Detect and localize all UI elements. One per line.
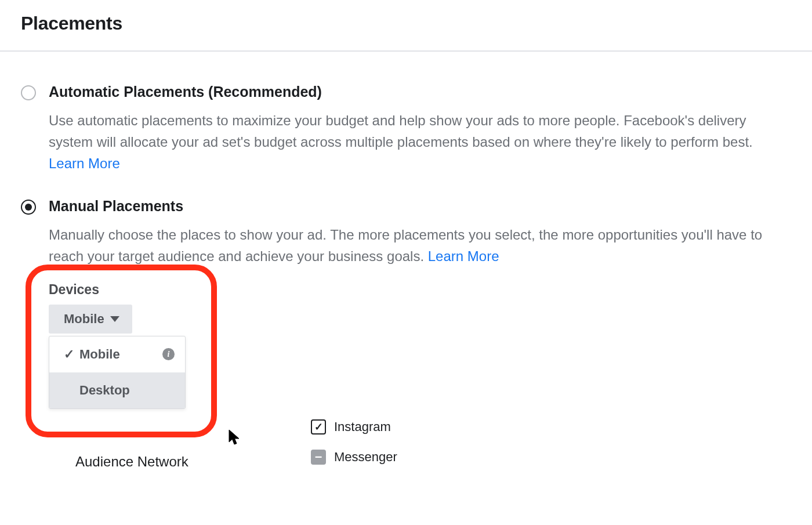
checkbox-instagram[interactable]: ✓ [311, 419, 326, 435]
radio-automatic-placements[interactable] [21, 85, 36, 100]
devices-option-mobile[interactable]: ✓ Mobile i [49, 336, 185, 372]
caret-down-icon [110, 316, 119, 322]
devices-label: Devices [49, 282, 791, 298]
learn-more-automatic[interactable]: Learn More [49, 155, 120, 171]
platform-instagram-label: Instagram [334, 419, 391, 435]
option-desc-manual: Manually choose the places to show your … [49, 224, 791, 267]
learn-more-manual[interactable]: Learn More [428, 248, 499, 264]
check-icon: ✓ [59, 347, 79, 362]
info-icon[interactable]: i [162, 348, 175, 360]
checkbox-messenger[interactable]: – [311, 450, 326, 465]
radio-manual-placements[interactable] [21, 200, 36, 215]
platform-messenger-label: Messenger [334, 450, 397, 465]
cursor-icon [229, 429, 241, 450]
option-title-automatic: Automatic Placements (Recommended) [49, 84, 791, 100]
option-desc-automatic: Use automatic placements to maximize you… [49, 110, 791, 175]
section-title-placements: Placements [21, 13, 791, 50]
option-title-manual: Manual Placements [49, 198, 791, 215]
devices-dropdown-menu: ✓ Mobile i Desktop [49, 336, 186, 409]
devices-dropdown-button[interactable]: Mobile [49, 305, 132, 334]
platform-audience-network-label: Audience Network [75, 454, 188, 470]
devices-dropdown-value: Mobile [64, 312, 104, 327]
devices-option-desktop[interactable]: Desktop [49, 372, 185, 408]
